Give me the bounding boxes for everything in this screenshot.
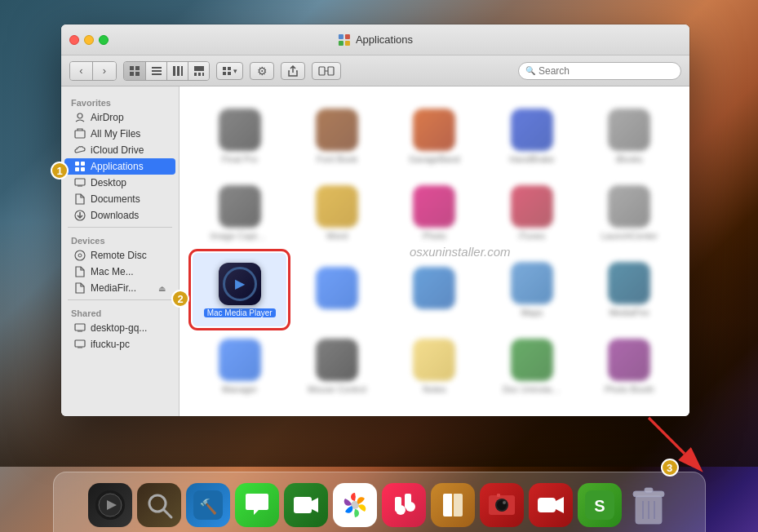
applications-label: Applications [91, 161, 144, 172]
scrivener-icon: S [585, 490, 614, 520]
dock-item-photos[interactable] [333, 483, 377, 527]
dock-item-spotlight[interactable] [137, 483, 181, 527]
svg-rect-26 [75, 131, 85, 138]
app-icon-handbrake [511, 109, 553, 151]
sidebar-item-icloud-drive[interactable]: iCloud Drive [64, 142, 175, 158]
sidebar-item-desktop-gq[interactable]: desktop-gq... [64, 320, 175, 336]
svg-marker-66 [556, 497, 564, 513]
dock-item-scrivener[interactable]: S [578, 483, 622, 527]
list-view-button[interactable] [145, 62, 166, 80]
sidebar-item-airdrop[interactable]: AirDrop [64, 109, 175, 126]
list-item[interactable]: Font Book [290, 100, 383, 173]
svg-rect-4 [130, 66, 134, 70]
icloud-drive-label: iCloud Drive [91, 144, 144, 156]
list-item[interactable]: Notes [388, 330, 481, 403]
svg-rect-65 [538, 498, 556, 512]
action-button[interactable]: ⚙ [250, 62, 274, 80]
svg-point-35 [75, 250, 85, 260]
badge-2: 2 [171, 290, 189, 308]
dock-item-messages[interactable] [235, 483, 279, 527]
minimize-button[interactable] [84, 35, 94, 45]
sidebar-item-remote-disc[interactable]: Remote Disc [64, 247, 175, 264]
favorites-header: Favorites [61, 93, 179, 109]
sidebar-item-mac-me[interactable]: Mac Me... [64, 264, 175, 280]
mac-media-player-item[interactable]: Mac Media Player [193, 253, 286, 326]
list-item[interactable]: Maps [485, 253, 578, 326]
svg-rect-71 [645, 488, 653, 493]
svg-rect-6 [130, 72, 134, 76]
column-view-button[interactable] [166, 62, 188, 80]
app-icon-font-book [316, 109, 358, 151]
dock-item-trash[interactable] [627, 483, 671, 527]
list-item[interactable]: LaunchCenter [583, 176, 676, 250]
sidebar-item-desktop[interactable]: Desktop [64, 175, 175, 191]
search-box[interactable]: 🔍 [518, 62, 681, 80]
mediafir-icon [74, 282, 86, 294]
list-icon [151, 65, 162, 77]
sidebar-item-applications[interactable]: Applications [64, 158, 175, 175]
svg-rect-18 [223, 67, 226, 70]
sidebar-item-downloads[interactable]: Downloads [64, 207, 175, 224]
svg-point-63 [503, 501, 506, 504]
list-item[interactable]: Photo Booth [583, 330, 676, 403]
dock-item-facetime[interactable] [284, 483, 328, 527]
list-item[interactable] [290, 253, 383, 326]
share-button[interactable] [281, 62, 305, 80]
dock: 🔨 [0, 467, 758, 532]
back-button[interactable]: ‹ [70, 62, 93, 80]
svg-point-36 [78, 254, 82, 257]
list-item[interactable]: HandBrake [485, 100, 578, 173]
forward-button[interactable]: › [93, 62, 116, 80]
list-item[interactable]: Word [290, 176, 383, 250]
airdrop-label: AirDrop [91, 112, 124, 123]
list-item[interactable]: Manager [193, 330, 286, 403]
app-icon-notes [413, 339, 455, 381]
window-title: Applications [338, 33, 413, 47]
badge-3: 3 [661, 459, 679, 477]
icloud-icon [74, 144, 86, 156]
icon-view-button[interactable] [124, 62, 145, 80]
svg-rect-7 [135, 72, 140, 76]
dock-item-ibooks[interactable] [431, 483, 475, 527]
traffic-lights [69, 35, 109, 45]
dock-item-quicktime[interactable] [88, 483, 132, 527]
app-icon-itunes [511, 185, 553, 228]
sidebar-item-ifucku-pc[interactable]: ifucku-pc [64, 336, 175, 352]
cover-view-button[interactable] [188, 62, 209, 80]
list-item[interactable]: GarageBand [388, 100, 481, 173]
dock-item-xcode[interactable]: 🔨 [186, 483, 230, 527]
list-item[interactable]: Image Capture [193, 176, 286, 250]
svg-rect-0 [339, 34, 344, 39]
applications-folder-icon [74, 161, 86, 172]
svg-rect-23 [328, 67, 334, 75]
list-item[interactable]: Doc Uninstaller [485, 330, 578, 403]
list-item[interactable]: Final Pro [193, 100, 286, 173]
dock-item-itunes[interactable] [382, 483, 426, 527]
photos-icon [340, 490, 370, 520]
remote-disc-icon [74, 250, 86, 261]
svg-rect-9 [152, 70, 162, 72]
arrange-button[interactable]: ▾ [216, 62, 243, 80]
columns-icon [172, 65, 184, 77]
list-item[interactable]: MediaFire [583, 253, 676, 326]
shared-header: Shared [61, 304, 179, 320]
sidebar-item-mediafir[interactable]: MediaFir... ⏏ [64, 280, 175, 296]
sidebar-item-all-my-files[interactable]: All My Files [64, 126, 175, 142]
dock-item-facetime-video[interactable] [529, 483, 573, 527]
svg-rect-21 [228, 72, 231, 75]
dock-item-photobooth[interactable] [480, 483, 524, 527]
list-item[interactable]: iBooks [583, 100, 676, 173]
list-item[interactable]: Mouse Control [290, 330, 383, 403]
list-item[interactable] [388, 253, 481, 326]
list-item[interactable]: iTunes [485, 176, 578, 250]
search-input[interactable] [539, 65, 674, 77]
svg-rect-19 [228, 67, 231, 70]
close-button[interactable] [69, 35, 79, 45]
svg-rect-30 [81, 167, 85, 171]
path-button[interactable] [312, 62, 341, 80]
sidebar-item-documents[interactable]: Documents [64, 191, 175, 207]
sidebar: Favorites AirDrop All My Files iC [61, 86, 180, 416]
mac-me-icon [74, 266, 86, 277]
maximize-button[interactable] [99, 35, 109, 45]
list-item[interactable]: Photo [388, 176, 481, 250]
